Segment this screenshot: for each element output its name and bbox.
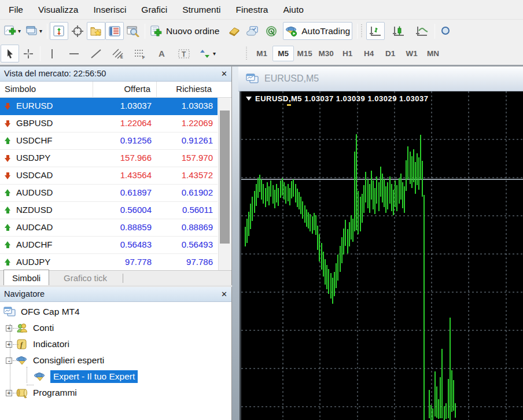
expand-plus-icon[interactable]: + bbox=[6, 390, 12, 396]
terminal-toggle-button[interactable] bbox=[105, 22, 124, 40]
symbol-name: AUDJPY bbox=[16, 257, 50, 267]
horizontal-line-button[interactable] bbox=[65, 45, 83, 62]
autotrading-button[interactable]: AutoTrading bbox=[283, 22, 352, 40]
market-watch-header[interactable]: Simbolo Offerta Richiesta bbox=[0, 82, 231, 98]
navigator-item-consiglieri-esperti[interactable]: -Consiglieri esperti bbox=[0, 352, 231, 369]
column-offerta[interactable]: Offerta bbox=[124, 84, 150, 94]
tab-simboli[interactable]: Simboli bbox=[3, 270, 49, 285]
expand-plus-icon[interactable]: + bbox=[6, 341, 12, 348]
zoom-in-icon bbox=[440, 25, 453, 37]
crosshair-icon bbox=[71, 25, 84, 37]
chart-window-icon bbox=[245, 73, 259, 84]
metaeditor-icon bbox=[228, 25, 241, 37]
chart-window-titlebar[interactable]: EURUSD,M5 bbox=[238, 67, 523, 91]
market-watch-row-audchf[interactable]: AUDCHF0.564830.56493 bbox=[0, 237, 218, 254]
bid-price: 0.56004 bbox=[120, 205, 152, 215]
market-watch-row-audcad[interactable]: AUDCAD0.888590.88869 bbox=[0, 219, 218, 237]
zoom-in-button-clipped[interactable] bbox=[437, 22, 456, 40]
tab-grafico-tick[interactable]: Grafico tick bbox=[56, 271, 115, 285]
menu-item-grafici[interactable]: Grafici bbox=[134, 0, 175, 20]
menu-item-inserisci[interactable]: Inserisci bbox=[86, 0, 134, 20]
menu-item-file[interactable]: File bbox=[1, 0, 31, 20]
market-watch-rows: EURUSD1.030371.03038GBPUSD1.220641.22069… bbox=[0, 98, 218, 270]
market-watch-toggle-button[interactable] bbox=[50, 22, 68, 40]
data-window-button[interactable] bbox=[68, 22, 87, 40]
menu-item-finestra[interactable]: Finestra bbox=[229, 0, 276, 20]
symbol-name: NZDUSD bbox=[16, 205, 53, 215]
timeframe-h1-button[interactable]: H1 bbox=[337, 46, 358, 61]
scrollbar-thumb[interactable] bbox=[220, 110, 230, 244]
arrow-up-icon bbox=[3, 137, 12, 145]
navigator-item-expert-il-tuo-expert[interactable]: Expert - Il tuo Expert bbox=[0, 369, 231, 385]
chart-bars-button[interactable] bbox=[366, 22, 385, 40]
vertical-line-button[interactable] bbox=[43, 45, 61, 62]
market-watch-row-audusd[interactable]: AUDUSD0.618970.61902 bbox=[0, 185, 218, 202]
symbol-name: USDCHF bbox=[16, 135, 53, 145]
profiles-button[interactable]: ▾ bbox=[23, 22, 45, 40]
arrow-down-icon bbox=[3, 119, 12, 128]
new-order-label: Nuovo ordine bbox=[166, 26, 219, 36]
toolbar-grip[interactable] bbox=[246, 47, 249, 61]
timeframe-d1-button[interactable]: D1 bbox=[380, 46, 401, 61]
signals-button[interactable] bbox=[262, 22, 281, 40]
close-icon[interactable]: ✕ bbox=[221, 67, 227, 81]
trendline-icon bbox=[90, 48, 102, 60]
market-watch-row-eurusd[interactable]: EURUSD1.030371.03038 bbox=[0, 98, 218, 115]
menu-item-aiuto[interactable]: Aiuto bbox=[276, 0, 311, 20]
toolbar-separator bbox=[40, 46, 40, 61]
timeframe-m5-button[interactable]: M5 bbox=[272, 46, 294, 61]
timeframe-w1-button[interactable]: W1 bbox=[401, 46, 422, 61]
crosshair-tool-button[interactable] bbox=[19, 45, 38, 62]
navigator-item-programmi[interactable]: +Programmi bbox=[0, 385, 231, 401]
timeframe-m30-button[interactable]: M30 bbox=[315, 46, 337, 61]
community-button[interactable] bbox=[244, 22, 262, 40]
timeframe-mn-button[interactable]: MN bbox=[422, 46, 444, 61]
navigator-item-indicatori[interactable]: +fIndicatori bbox=[0, 336, 231, 352]
new-chart-button[interactable]: ▾ bbox=[2, 22, 23, 40]
timeframe-m15-button[interactable]: M15 bbox=[294, 46, 315, 61]
navigator-item-label: Programmi bbox=[33, 388, 77, 398]
close-icon[interactable]: ✕ bbox=[221, 287, 227, 301]
navigator-item-conti[interactable]: +Conti bbox=[0, 320, 231, 336]
metaeditor-button[interactable] bbox=[225, 22, 244, 40]
tree-connector bbox=[13, 360, 19, 361]
market-watch-row-audjpy[interactable]: AUDJPY97.77897.786 bbox=[0, 254, 218, 270]
text-button[interactable]: A bbox=[153, 45, 171, 62]
market-watch-row-gbpusd[interactable]: GBPUSD1.220641.22069 bbox=[0, 115, 218, 132]
symbol-name: USDJPY bbox=[16, 153, 50, 163]
strategy-tester-button[interactable] bbox=[124, 22, 142, 40]
cursor-button[interactable] bbox=[1, 45, 19, 62]
ask-price: 1.03038 bbox=[182, 101, 213, 110]
equidistant-channel-button[interactable]: E bbox=[109, 45, 127, 62]
bid-price: 1.03037 bbox=[120, 101, 152, 110]
toolbar-grip[interactable] bbox=[361, 24, 364, 38]
menu-item-visualizza[interactable]: Visualizza bbox=[31, 0, 86, 20]
collapse-minus-icon[interactable]: - bbox=[6, 358, 12, 364]
market-watch-scrollbar[interactable] bbox=[218, 98, 231, 270]
trendline-button[interactable] bbox=[87, 45, 105, 62]
navigator-toggle-button[interactable] bbox=[87, 22, 105, 40]
menu-bar: FileVisualizzaInserisciGraficiStrumentiF… bbox=[0, 0, 523, 20]
text-label-button[interactable]: T bbox=[175, 45, 193, 62]
menu-item-strumenti[interactable]: Strumenti bbox=[175, 0, 228, 20]
chart-line-button[interactable] bbox=[412, 22, 431, 40]
market-watch-titlebar[interactable]: Vista del mercato: 22:56:50 ✕ bbox=[0, 67, 231, 82]
chart-area[interactable]: EURUSD,M5 1.03037 1.03039 1.03029 1.0303… bbox=[240, 91, 523, 420]
market-watch-row-usdjpy[interactable]: USDJPY157.966157.970 bbox=[0, 150, 218, 167]
column-richiesta[interactable]: Richiesta bbox=[176, 84, 212, 94]
chart-candles-button[interactable] bbox=[389, 22, 408, 40]
timeframe-m1-button[interactable]: M1 bbox=[251, 46, 272, 61]
market-watch-row-usdchf[interactable]: USDCHF0.912560.91261 bbox=[0, 132, 218, 150]
navigator-item-ofg-cap-mt4[interactable]: OFG Cap MT4 bbox=[0, 304, 231, 320]
expand-plus-icon[interactable]: + bbox=[6, 325, 12, 331]
symbol-name: AUDCHF bbox=[16, 240, 53, 249]
arrows-button[interactable]: ▾ bbox=[197, 45, 218, 62]
timeframe-h4-button[interactable]: H4 bbox=[358, 46, 380, 61]
market-watch-tabs: Simboli Grafico tick bbox=[0, 270, 231, 285]
fibonacci-button[interactable]: F bbox=[131, 45, 149, 62]
market-watch-row-usdcad[interactable]: USDCAD1.435641.43572 bbox=[0, 167, 218, 185]
market-watch-row-nzdusd[interactable]: NZDUSD0.560040.56011 bbox=[0, 202, 218, 219]
column-simbolo[interactable]: Simbolo bbox=[5, 84, 36, 94]
navigator-titlebar[interactable]: Navigatore ✕ bbox=[0, 287, 231, 302]
new-order-button[interactable]: Nuovo ordine bbox=[148, 22, 222, 40]
